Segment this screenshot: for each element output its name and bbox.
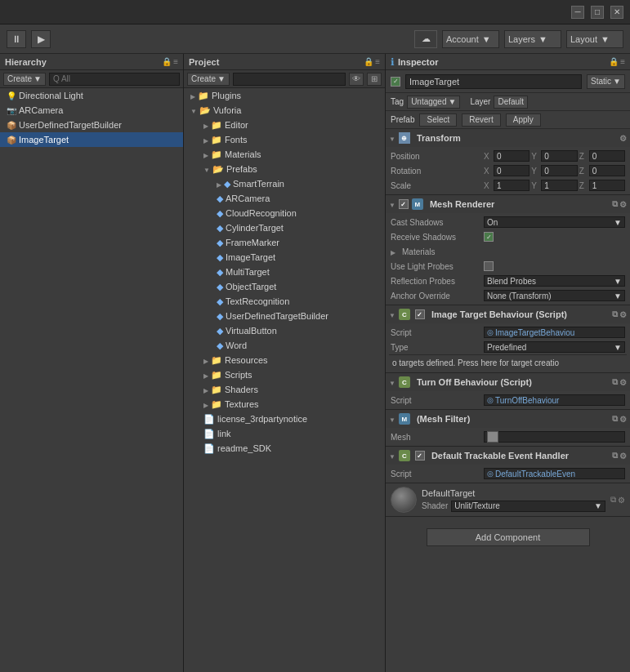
hierarchy-search-input[interactable]	[49, 73, 180, 86]
prefab-revert-button[interactable]: Revert	[462, 113, 500, 127]
minimize-button[interactable]: ─	[571, 6, 584, 19]
cast-shadows-dropdown[interactable]: On ▼	[484, 216, 625, 228]
project-search-input[interactable]	[233, 73, 346, 86]
image-target-copy-icon[interactable]: ⧉	[612, 309, 618, 319]
mesh-renderer-header[interactable]: ✓ M Mesh Renderer ⧉ ⚙	[386, 195, 630, 213]
pos-z-value[interactable]: 0	[589, 150, 625, 162]
cloud-button[interactable]: ☁	[414, 30, 437, 48]
image-target-checkbox[interactable]: ✓	[415, 309, 425, 319]
rot-y-value[interactable]: 0	[541, 165, 577, 176]
project-item-imagetarget-prefab[interactable]: ◆ ImageTarget	[184, 250, 385, 265]
project-item-word[interactable]: ◆ Word	[184, 338, 385, 353]
hierarchy-lock-icon[interactable]: 🔒	[162, 57, 172, 66]
scale-y-value[interactable]: 1	[541, 180, 577, 191]
image-target-header[interactable]: C ✓ Image Target Behaviour (Script) ⧉ ⚙	[386, 305, 630, 323]
project-item-multitarget[interactable]: ◆ MultiTarget	[184, 265, 385, 279]
hierarchy-item-arcamera[interactable]: 📷 ARCamera	[0, 103, 183, 118]
object-name-input[interactable]	[405, 74, 582, 89]
rot-x-value[interactable]: 0	[494, 165, 529, 176]
image-target-warning[interactable]: o targets defined. Press here for target…	[389, 354, 627, 371]
play-button[interactable]: ▶	[31, 30, 51, 48]
project-item-resources[interactable]: 📁 Resources	[184, 353, 385, 367]
project-item-textures[interactable]: 📁 Textures	[184, 397, 385, 412]
scale-z-value[interactable]: 1	[589, 180, 625, 191]
project-item-plugins[interactable]: 📁 Plugins	[184, 88, 385, 103]
mesh-renderer-copy-icon[interactable]: ⧉	[612, 199, 618, 209]
inspector-scroll-area[interactable]: ✓ Static ▼ Tag Untagged ▼ Layer Default	[386, 70, 630, 672]
project-item-link[interactable]: 📄 link	[184, 426, 385, 441]
project-item-framemarker[interactable]: ◆ FrameMarker	[184, 235, 385, 250]
dt-copy-icon[interactable]: ⧉	[612, 451, 618, 461]
anchor-dropdown[interactable]: None (Transform) ▼	[484, 290, 625, 301]
close-button[interactable]: ✕	[610, 6, 623, 19]
prefab-select-button[interactable]: Select	[419, 113, 457, 127]
transform-header[interactable]: ⊕ Transform ⚙	[386, 129, 630, 147]
project-item-smartterrain[interactable]: ◆ SmartTerrain	[184, 176, 385, 191]
object-active-checkbox[interactable]: ✓	[391, 77, 400, 87]
project-item-shaders[interactable]: 📁 Shaders	[184, 382, 385, 397]
hierarchy-create-button[interactable]: Create ▼	[3, 73, 46, 86]
project-eye-icon[interactable]: 👁	[349, 73, 364, 86]
project-item-arcamera-prefab[interactable]: ◆ ARCamera	[184, 191, 385, 206]
hierarchy-item-imagetarget[interactable]: 📦 ImageTarget	[0, 132, 183, 147]
dt-script-ref[interactable]: ◎ DefaultTrackableEven	[484, 468, 625, 479]
layers-dropdown[interactable]: Layers ▼	[504, 30, 561, 48]
project-item-editor[interactable]: 📁 Editor	[184, 118, 385, 132]
dt-gear-icon[interactable]: ⚙	[619, 452, 627, 461]
turn-off-header[interactable]: C Turn Off Behaviour (Script) ⧉ ⚙	[386, 373, 630, 391]
project-item-cylindertarget[interactable]: ◆ CylinderTarget	[184, 220, 385, 235]
project-settings-icon[interactable]: ⊞	[367, 73, 382, 86]
tag-dropdown[interactable]: Untagged ▼	[407, 96, 460, 109]
turn-off-gear-icon[interactable]: ⚙	[619, 378, 627, 387]
shader-dropdown[interactable]: Unlit/Texture ▼	[451, 501, 605, 512]
project-item-vuforia[interactable]: 📂 Vuforia	[184, 103, 385, 118]
hierarchy-item-directional-light[interactable]: 💡 Directional Light	[0, 88, 183, 103]
it-type-dropdown[interactable]: Predefined ▼	[484, 341, 625, 353]
mesh-renderer-gear-icon[interactable]: ⚙	[619, 200, 627, 209]
use-light-checkbox[interactable]	[484, 261, 494, 271]
hierarchy-menu-icon[interactable]: ≡	[173, 57, 178, 66]
mesh-filter-copy-icon[interactable]: ⧉	[612, 414, 618, 424]
scale-x-value[interactable]: 1	[494, 180, 529, 191]
turn-off-copy-icon[interactable]: ⧉	[612, 377, 618, 387]
account-dropdown[interactable]: Account ▼	[442, 30, 499, 48]
to-script-ref[interactable]: ◎ TurnOffBehaviour	[484, 394, 625, 406]
pos-x-value[interactable]: 0	[494, 150, 529, 162]
project-item-cloudrecognition[interactable]: ◆ CloudRecognition	[184, 206, 385, 220]
material-copy-icon[interactable]: ⧉	[610, 495, 616, 505]
project-item-prefabs[interactable]: 📂 Prefabs	[184, 162, 385, 176]
project-lock-icon[interactable]: 🔒	[364, 57, 373, 66]
layer-dropdown[interactable]: Default	[494, 96, 528, 109]
project-item-readme[interactable]: 📄 readme_SDK	[184, 441, 385, 456]
materials-expand[interactable]: Materials	[389, 244, 627, 259]
mesh-filter-header[interactable]: M (Mesh Filter) ⧉ ⚙	[386, 410, 630, 428]
it-script-ref[interactable]: ◎ ImageTargetBehaviou	[484, 327, 625, 338]
inspector-menu-icon[interactable]: ≡	[620, 57, 625, 66]
inspector-lock-icon[interactable]: 🔒	[609, 57, 619, 66]
add-component-button[interactable]: Add Component	[427, 528, 590, 546]
project-item-materials[interactable]: 📁 Materials	[184, 147, 385, 162]
reflection-dropdown[interactable]: Blend Probes ▼	[484, 275, 625, 287]
transform-gear-icon[interactable]: ⚙	[619, 134, 627, 143]
layout-dropdown[interactable]: Layout ▼	[566, 30, 623, 48]
mesh-renderer-checkbox[interactable]: ✓	[399, 199, 409, 209]
project-item-virtualbutton[interactable]: ◆ VirtualButton	[184, 323, 385, 338]
hierarchy-item-userdefined[interactable]: 📦 UserDefinedTargetBuilder	[0, 118, 183, 132]
pos-y-value[interactable]: 0	[541, 150, 577, 162]
project-item-textrecognition[interactable]: ◆ TextRecognition	[184, 294, 385, 309]
static-dropdown[interactable]: Static ▼	[587, 74, 625, 89]
mesh-filter-gear-icon[interactable]: ⚙	[619, 415, 627, 424]
pause-button[interactable]: ⏸	[7, 30, 26, 48]
image-target-gear-icon[interactable]: ⚙	[619, 310, 627, 319]
project-create-button[interactable]: Create ▼	[187, 73, 230, 86]
rot-z-value[interactable]: 0	[589, 165, 625, 176]
project-item-license[interactable]: 📄 license_3rdpartynotice	[184, 412, 385, 426]
project-item-scripts[interactable]: 📁 Scripts	[184, 367, 385, 382]
maximize-button[interactable]: □	[591, 6, 604, 19]
project-item-userdefined-prefab[interactable]: ◆ UserDefinedTargetBuilder	[184, 309, 385, 323]
dt-checkbox[interactable]: ✓	[415, 451, 425, 461]
mf-mesh-value[interactable]	[484, 431, 625, 443]
default-trackable-header[interactable]: C ✓ Default Trackable Event Handler ⧉ ⚙	[386, 447, 630, 465]
project-item-objecttarget[interactable]: ◆ ObjectTarget	[184, 279, 385, 294]
project-menu-icon[interactable]: ≡	[375, 57, 380, 66]
